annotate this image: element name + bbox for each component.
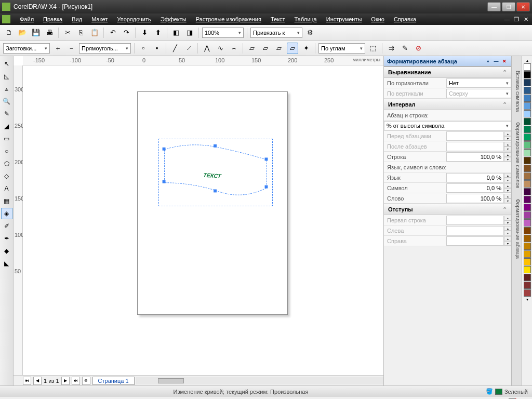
zoom-combo[interactable]: 100% [202,28,244,38]
ellipse-tool-icon[interactable]: ○ [1,145,12,157]
mode3-icon[interactable]: ▱ [273,43,285,54]
copy-props-icon[interactable]: ⇉ [385,43,397,54]
mode1-icon[interactable]: ▱ [246,43,258,54]
mdi-minimize[interactable]: — [503,16,511,23]
menu-text[interactable]: Текст [267,15,289,23]
color-swatch[interactable] [524,118,531,125]
char-input[interactable]: 0,0 % [446,183,504,193]
palette-up-icon[interactable]: ▴ [526,58,528,63]
keep-lines-icon[interactable]: ⬚ [367,43,379,54]
color-swatch[interactable] [524,157,531,164]
zoom-tool-icon[interactable]: 🔍 [1,96,12,107]
color-swatch[interactable] [524,180,531,188]
node-add-icon[interactable]: ▪ [151,43,163,54]
node-select-icon[interactable]: ▫ [138,43,149,54]
mapping-combo[interactable]: По углам [318,43,365,54]
paste-icon[interactable]: 📋 [89,27,100,38]
color-swatch[interactable] [524,243,531,250]
menu-bitmaps[interactable]: Растровые изображения [192,15,265,23]
mode2-icon[interactable]: ▱ [260,43,271,54]
line-mode-icon[interactable]: ╱ [169,43,181,54]
fill-swatch[interactable] [495,389,502,395]
section-spacing[interactable]: Интервал [384,99,511,110]
import-icon[interactable]: ⬇ [139,27,150,38]
color-swatch[interactable] [524,172,531,180]
cusp-icon[interactable]: ⋀ [201,43,212,54]
page-last-button[interactable]: ⏭ [72,377,80,385]
print-icon[interactable]: 🖶 [44,27,55,38]
save-icon[interactable]: 💾 [30,27,42,38]
palette-down-icon[interactable]: ▾ [526,297,528,302]
freehand-tool-icon[interactable]: ✎ [1,108,12,119]
color-swatch[interactable] [524,87,531,94]
shape-tool-icon[interactable]: ◺ [1,71,12,82]
section-alignment[interactable]: Выравнивание [384,66,511,78]
word-input[interactable]: 100,0 % [446,194,504,203]
color-swatch[interactable] [524,235,531,242]
polygon-tool-icon[interactable]: ⬠ [1,158,12,169]
color-swatch[interactable] [524,79,531,86]
table-tool-icon[interactable]: ▦ [1,195,12,207]
maximize-button[interactable]: ❐ [502,2,515,11]
copy-icon[interactable]: ⎘ [75,27,87,38]
section-indents[interactable]: Отступы [384,204,511,215]
app-launcher-icon[interactable]: ◧ [170,27,182,38]
canvas[interactable]: ТЕКСТ [23,65,383,375]
text-tool-icon[interactable]: A [1,183,12,194]
page-next-button[interactable]: ▶ [61,377,70,385]
snap-combo[interactable]: Привязать к [250,28,302,38]
color-swatch[interactable] [524,274,531,281]
options-icon[interactable]: ⚙ [304,27,316,38]
menu-arrange[interactable]: Упорядочить [113,15,155,23]
color-swatch[interactable] [524,141,531,149]
envelope-text-object[interactable]: ТЕКСТ [158,139,273,206]
color-swatch[interactable] [524,289,531,297]
menu-edit[interactable]: Правка [39,15,66,23]
menu-layout[interactable]: Макет [87,15,112,23]
color-swatch[interactable] [524,219,531,227]
docker-close-icon[interactable]: ✕ [501,58,508,65]
minimize-button[interactable]: — [487,2,501,11]
color-swatch[interactable] [524,95,531,102]
basic-shapes-icon[interactable]: ◇ [1,170,12,182]
mode4-icon[interactable]: ▱ [287,43,298,54]
page-add-button[interactable]: ⊕ [82,377,90,385]
pick-tool-icon[interactable]: ↖ [1,58,12,70]
menu-table[interactable]: Таблица [290,15,321,23]
eyedropper-icon[interactable]: ✎ [399,43,410,54]
fill-tool-icon[interactable]: ◆ [1,245,12,257]
interactive-tool-icon[interactable]: ◈ [1,208,12,219]
h-align-combo[interactable]: Нет [446,78,511,88]
lang-input[interactable]: 0,0 % [446,173,504,182]
open-icon[interactable]: 📂 [17,27,28,38]
new-icon[interactable]: 🗋 [3,27,15,38]
color-swatch[interactable] [524,282,531,289]
menu-window[interactable]: Окно [367,15,389,23]
docker-collapse-icon[interactable]: » [484,58,491,65]
undo-icon[interactable]: ↶ [107,27,118,38]
page-tab[interactable]: Страница 1 [92,377,135,385]
interactive-fill-icon[interactable]: ◣ [1,258,12,269]
smart-fill-icon[interactable]: ◢ [1,121,12,132]
export-icon[interactable]: ⬆ [152,27,164,38]
add-preset-icon[interactable]: ＋ [52,43,63,54]
cut-icon[interactable]: ✂ [62,27,73,38]
color-swatch[interactable] [524,149,531,156]
color-swatch[interactable] [524,71,531,78]
color-swatch[interactable] [524,250,531,258]
curve-mode-icon[interactable]: ⟋ [183,43,194,54]
rectangle-tool-icon[interactable]: ▭ [1,133,12,144]
menu-tools[interactable]: Инструменты [322,15,366,23]
color-swatch[interactable] [524,196,531,203]
smooth-icon[interactable]: ∿ [215,43,226,54]
color-swatch[interactable] [524,134,531,141]
docker-minimize-icon[interactable]: — [493,58,500,65]
page-first-button[interactable]: ⏮ [23,377,31,385]
mdi-restore[interactable]: ❐ [512,16,521,23]
menu-effects[interactable]: Эффекты [156,15,191,23]
crop-tool-icon[interactable]: ⟁ [1,83,12,95]
color-swatch[interactable] [524,211,531,219]
preset-combo[interactable]: Заготовки... [3,43,50,54]
redo-icon[interactable]: ↷ [121,27,132,38]
welcome-icon[interactable]: ◨ [184,27,195,38]
